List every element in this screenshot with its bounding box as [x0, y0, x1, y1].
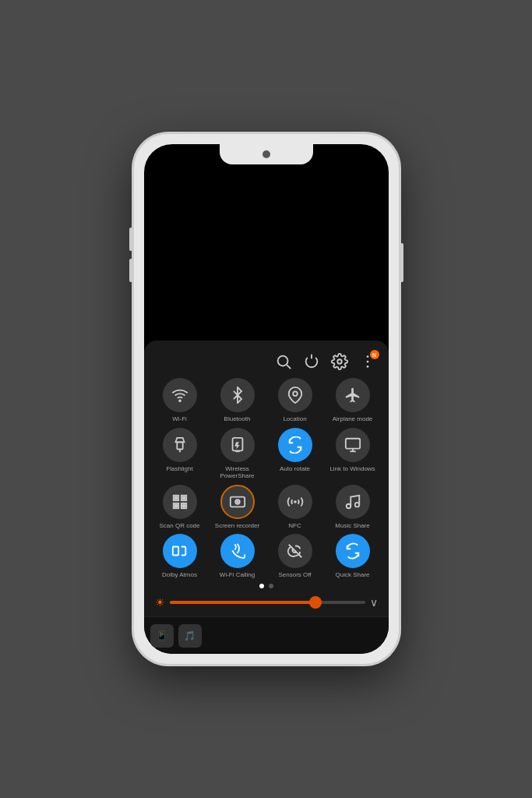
- scan-qr-label: Scan QR code: [159, 522, 199, 530]
- quick-settings-panel: N: [144, 341, 389, 616]
- bluetooth-label: Bluetooth: [224, 415, 251, 423]
- svg-point-2: [337, 359, 342, 364]
- notification-badge: N: [370, 350, 379, 359]
- svg-point-28: [354, 503, 359, 507]
- wireless-powershare-icon: [220, 428, 255, 462]
- tile-location[interactable]: Location: [269, 378, 322, 423]
- sensors-off-icon: [278, 534, 312, 568]
- tile-scan-qr[interactable]: Scan QR code: [153, 485, 206, 530]
- flashlight-label: Flashlight: [166, 465, 192, 473]
- svg-point-4: [366, 361, 368, 363]
- nfc-icon: [278, 485, 312, 519]
- svg-point-27: [346, 504, 351, 509]
- tile-wireless-powershare[interactable]: Wireless PowerShare: [211, 428, 264, 480]
- wifi-label: Wi-Fi: [172, 415, 187, 423]
- link-to-windows-label: Link to Windows: [329, 465, 375, 473]
- bottom-icon-1[interactable]: 📱: [150, 624, 174, 648]
- tile-wifi-calling[interactable]: Wi-Fi Calling: [211, 534, 264, 579]
- dot-2: [269, 584, 273, 588]
- screen-recorder-icon: [220, 485, 255, 519]
- qs-header: N: [152, 348, 381, 378]
- svg-point-5: [366, 365, 368, 368]
- svg-point-3: [366, 355, 368, 358]
- vol-down-button[interactable]: [129, 259, 133, 282]
- svg-rect-21: [182, 496, 185, 499]
- svg-point-25: [237, 501, 238, 503]
- dolby-atmos-icon: [163, 534, 197, 568]
- music-share-label: Music Share: [335, 522, 369, 530]
- tile-bluetooth[interactable]: Bluetooth: [211, 378, 264, 423]
- tile-airplane[interactable]: Airplane mode: [326, 378, 379, 423]
- tile-nfc[interactable]: NFC: [269, 485, 322, 530]
- tile-flashlight[interactable]: Flashlight: [153, 428, 206, 480]
- svg-rect-8: [177, 442, 182, 449]
- tile-screen-recorder[interactable]: Screen recorder: [211, 485, 264, 530]
- svg-point-6: [179, 400, 181, 401]
- power-button[interactable]: [400, 243, 403, 282]
- qs-grid: Wi-Fi Bluetooth: [152, 378, 381, 579]
- bluetooth-icon: [220, 378, 255, 412]
- link-to-windows-icon: [336, 428, 370, 462]
- vol-up-button[interactable]: [129, 228, 133, 251]
- music-share-icon: [336, 485, 370, 519]
- dot-1: [259, 584, 264, 588]
- more-button[interactable]: N: [358, 351, 378, 372]
- svg-rect-18: [181, 506, 183, 508]
- svg-rect-20: [174, 496, 177, 499]
- tile-quick-share[interactable]: Quick Share: [326, 534, 379, 579]
- brightness-fill: [170, 601, 316, 604]
- bottom-bar: 📱 🎵: [144, 616, 389, 654]
- svg-rect-16: [181, 503, 183, 506]
- svg-rect-29: [172, 547, 178, 556]
- auto-rotate-label: Auto rotate: [280, 465, 310, 473]
- airplane-icon: [336, 378, 370, 412]
- brightness-icon: ☀: [155, 596, 165, 609]
- location-label: Location: [283, 415, 306, 423]
- phone-frame: N: [134, 134, 399, 664]
- brightness-slider[interactable]: [170, 601, 365, 604]
- brightness-expand-button[interactable]: ∨: [370, 596, 378, 609]
- sensors-off-label: Sensors Off: [278, 571, 311, 579]
- svg-line-1: [287, 365, 291, 369]
- tile-auto-rotate[interactable]: Auto rotate: [269, 428, 322, 480]
- auto-rotate-icon: [278, 428, 312, 462]
- svg-point-26: [294, 501, 296, 503]
- status-area: [144, 166, 389, 341]
- flashlight-icon: [163, 428, 197, 462]
- screen-content: N: [144, 144, 389, 654]
- svg-rect-17: [184, 503, 186, 506]
- settings-button[interactable]: [329, 351, 350, 372]
- wifi-calling-label: Wi-Fi Calling: [220, 571, 255, 579]
- tile-music-share[interactable]: Music Share: [326, 485, 379, 530]
- wifi-icon: [163, 378, 197, 412]
- wifi-calling-icon: [220, 534, 255, 568]
- scan-qr-icon: [163, 485, 197, 519]
- search-button[interactable]: [273, 351, 294, 372]
- tile-link-to-windows[interactable]: Link to Windows: [326, 428, 379, 480]
- power-button-qs[interactable]: [301, 351, 322, 372]
- wireless-powershare-label: Wireless PowerShare: [211, 465, 264, 480]
- screen-recorder-label: Screen recorder: [215, 522, 259, 530]
- front-camera: [262, 150, 270, 158]
- brightness-thumb[interactable]: [309, 596, 322, 609]
- notch: [220, 144, 313, 164]
- nfc-label: NFC: [288, 522, 301, 530]
- brightness-row: ☀ ∨: [152, 590, 381, 612]
- svg-rect-19: [184, 506, 186, 508]
- tile-dolby-atmos[interactable]: Dolby Atmos: [153, 534, 206, 579]
- bottom-icon-2[interactable]: 🎵: [178, 624, 202, 648]
- pagination-dots: [152, 579, 381, 590]
- dolby-atmos-label: Dolby Atmos: [162, 571, 197, 579]
- phone-screen: N: [144, 144, 389, 654]
- tile-wifi[interactable]: Wi-Fi: [153, 378, 206, 423]
- location-icon: [278, 378, 312, 412]
- svg-rect-12: [345, 438, 359, 448]
- svg-point-7: [293, 391, 298, 396]
- quick-share-icon: [336, 534, 370, 568]
- airplane-label: Airplane mode: [333, 415, 373, 423]
- svg-rect-22: [174, 504, 177, 507]
- quick-share-label: Quick Share: [335, 571, 369, 579]
- svg-point-0: [277, 356, 287, 366]
- tile-sensors-off[interactable]: Sensors Off: [269, 534, 322, 579]
